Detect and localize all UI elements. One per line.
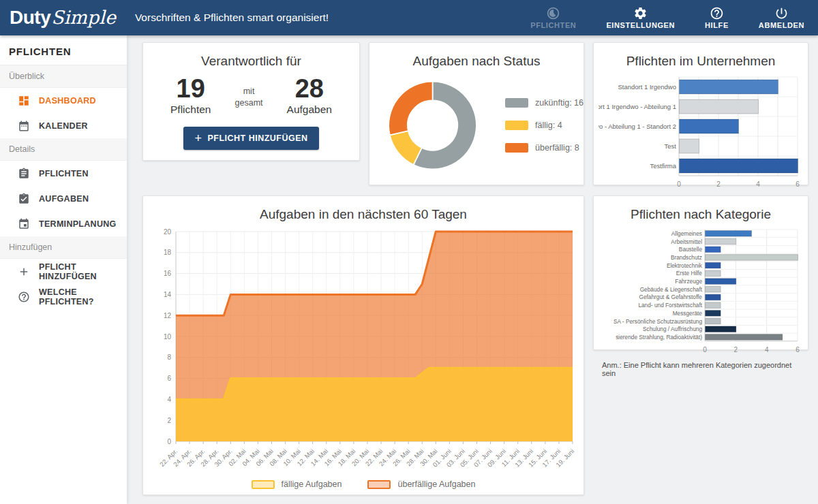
svg-text:6: 6 (796, 180, 800, 188)
sidebar-item-kalender[interactable]: KALENDER (0, 113, 127, 138)
app-tagline: Vorschriften & Pflichten smart organisie… (135, 12, 329, 24)
button-label: PFLICHT HINZUFÜGEN (207, 133, 307, 143)
plus-icon: + (194, 132, 202, 144)
svg-text:0: 0 (677, 180, 681, 188)
pflichten-count: 19 Pflichten (170, 76, 211, 116)
task-check-icon (18, 193, 30, 205)
top-navbar: Duty Simple Vorschriften & Pflichten sma… (0, 0, 818, 35)
nav-item-pflichten[interactable]: PFLICHTEN (530, 6, 576, 29)
gear-icon (633, 6, 648, 20)
svg-text:Elektrotechnik: Elektrotechnik (667, 262, 703, 269)
pflichten-value: 19 (170, 76, 211, 103)
app-logo: Duty Simple (10, 7, 116, 29)
card-company-bars: Pflichten im Unternehmen Standort 1 Irge… (593, 42, 808, 185)
pflichten-label: Pflichten (170, 104, 211, 116)
sidebar-item-label: PFLICHTEN (39, 169, 89, 178)
sidebar-group-ueberblick: Überblick (0, 65, 127, 88)
svg-text:0: 0 (703, 346, 707, 353)
legend-item: fällige Aufgaben (252, 479, 342, 489)
svg-text:sierende Strahlung, Radioaktiv: sierende Strahlung, Radioaktivität) (616, 334, 702, 341)
question-icon (18, 291, 30, 303)
button-row: + PFLICHT HINZUFÜGEN (143, 127, 359, 150)
nav-item-abmelden[interactable]: ABMELDEN (759, 6, 804, 29)
sidebar-item-label: WELCHE PFLICHTEN? (39, 287, 127, 306)
svg-text:2: 2 (716, 180, 721, 188)
svg-text:Messgeräte: Messgeräte (673, 310, 703, 317)
sidebar-item-label: TERMINPLANUNG (39, 219, 117, 229)
dashboard-icon (18, 95, 30, 107)
sidebar-group-hinzufuegen: Hinzufügen (0, 236, 127, 259)
sidebar-item-welche-pflichten[interactable]: WELCHE PFLICHTEN? (0, 284, 127, 309)
sidebar-item-pflicht-hinzufuegen[interactable]: PFLICHT HINZUFÜGEN (0, 259, 127, 284)
svg-text:8: 8 (167, 353, 171, 361)
donut-chart: zukünftig: 16fällig: 4überfällig: 8 (369, 70, 584, 180)
card-tasks-area: Aufgaben in den nächsten 60 Tagen 024681… (142, 195, 584, 495)
svg-text:4: 4 (765, 346, 769, 353)
nav-label: EINSTELLUNGEN (606, 21, 675, 29)
svg-text:16: 16 (164, 270, 172, 277)
card-responsible: Verantwortlich für 19 Pflichten mit gesa… (142, 42, 360, 161)
svg-text:14: 14 (164, 291, 172, 298)
card-title: Aufgaben nach Status (369, 54, 584, 69)
mit-line: mit (235, 86, 263, 97)
legend-item: überfällig: 8 (505, 143, 584, 153)
aufgaben-value: 28 (287, 76, 332, 103)
nav-item-einstellungen[interactable]: EINSTELLUNGEN (606, 6, 675, 29)
calendar-event-icon (18, 218, 30, 230)
svg-text:Gebäude & Liegenschaft: Gebäude & Liegenschaft (640, 286, 703, 293)
pflicht-hinzufuegen-button[interactable]: + PFLICHT HINZUFÜGEN (183, 127, 318, 150)
svg-text:2: 2 (167, 417, 171, 424)
svg-text:18: 18 (164, 249, 172, 256)
svg-text:2: 2 (734, 346, 738, 353)
card-title: Verantwortlich für (143, 54, 359, 69)
nav-label: ABMELDEN (759, 21, 804, 29)
svg-text:Testfirma: Testfirma (650, 162, 676, 170)
help-circle-icon (710, 6, 724, 20)
svg-text:4: 4 (756, 180, 760, 188)
svg-text:Brandschutz: Brandschutz (671, 254, 702, 261)
aufgaben-label: Aufgaben (287, 104, 332, 116)
card-category-bars: Pflichten nach Kategorie AllgemeinesArbe… (593, 195, 808, 350)
category-bar-chart: AllgemeinesArbeitsmittelBaustelleBrandsc… (599, 227, 803, 356)
card-title: Pflichten im Unternehmen (594, 54, 808, 69)
area-legend: fällige Aufgabenüberfällige Aufgaben (143, 479, 584, 489)
calendar-icon (18, 120, 30, 132)
nav-item-hilfe[interactable]: HILFE (705, 6, 729, 29)
sidebar-title: PFLICHTEN (0, 35, 127, 65)
svg-text:SA - Persönliche Schutzausrüst: SA - Persönliche Schutzausrüstung (614, 318, 702, 325)
navbar-actions: PFLICHTEN EINSTELLUNGEN HILFE ABMELDEN (530, 6, 804, 29)
responsible-stats: 19 Pflichten mit gesamt 28 Aufgaben (143, 69, 359, 116)
svg-text:Gefahrgut & Gefahrstoffe: Gefahrgut & Gefahrstoffe (639, 294, 702, 300)
sidebar-item-pflichten[interactable]: PFLICHTEN (0, 161, 127, 186)
svg-text:Test: Test (665, 142, 677, 150)
donut-legend: zukünftig: 16fällig: 4überfällig: 8 (505, 98, 584, 153)
main-content: Verantwortlich für 19 Pflichten mit gesa… (127, 35, 818, 504)
svg-text:10: 10 (164, 333, 172, 341)
sidebar-item-terminplanung[interactable]: TERMINPLANUNG (0, 211, 127, 236)
sidebar-item-label: KALENDER (39, 121, 88, 131)
svg-text:6: 6 (167, 375, 171, 382)
plus-icon (18, 266, 30, 278)
gesamt-line: gesamt (235, 97, 263, 109)
svg-text:Fahrzeuge: Fahrzeuge (675, 278, 702, 285)
nav-label: PFLICHTEN (530, 21, 576, 29)
svg-text:Arbeitsmittel: Arbeitsmittel (671, 238, 702, 245)
legend-item: überfällige Aufgaben (367, 479, 475, 489)
mit-gesamt-label: mit gesamt (235, 86, 263, 116)
svg-text:Allgemeines: Allgemeines (671, 230, 702, 237)
card-title: Aufgaben in den nächsten 60 Tagen (143, 207, 584, 222)
clipboard-icon (18, 168, 30, 180)
sidebar-item-aufgaben[interactable]: AUFGABEN (0, 186, 127, 211)
sidebar-group-details: Details (0, 138, 127, 161)
area-chart: 0246810121416182022. Apr.24. Apr.26. Apr… (149, 226, 579, 479)
svg-text:4: 4 (167, 396, 171, 403)
sidebar-item-dashboard[interactable]: DASHBOARD (0, 88, 127, 113)
svg-text:0: 0 (167, 438, 171, 445)
svg-text:Irgendwo - Abteilung 1 - Stand: Irgendwo - Abteilung 1 - Standort 2 (599, 123, 676, 130)
sidebar-item-label: DASHBOARD (39, 96, 96, 106)
legend-item: fällig: 4 (505, 121, 584, 130)
svg-text:Erste Hilfe: Erste Hilfe (676, 270, 703, 277)
pie-circle-icon (546, 6, 560, 20)
sidebar-item-label: AUFGABEN (39, 194, 89, 204)
donut-svg (386, 70, 479, 180)
